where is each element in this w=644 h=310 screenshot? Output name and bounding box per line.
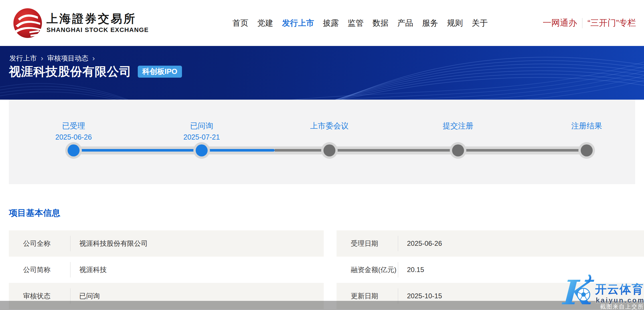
page-banner: 发行上市 › 审核项目动态 › 视涯科技股份有限公司 科创板IPO — [0, 46, 644, 100]
timeline-step-inquired: 已问询 2025-07-21 — [156, 121, 247, 141]
review-progress-timeline: 已受理 2025-06-26 已问询 2025-07-21 上市委会议 提交注册… — [9, 100, 635, 184]
timeline-step-date — [541, 133, 632, 141]
timeline-dot-accepted — [65, 142, 82, 159]
nav-item-party[interactable]: 党建 — [257, 18, 273, 29]
row-value: 20.15 — [407, 266, 424, 274]
row-label: 融资金额(亿元) — [351, 265, 396, 274]
timeline-step-date — [412, 133, 504, 141]
timeline-dot-registration-result — [578, 142, 595, 159]
table-row: 公司全称 视涯科技股份有限公司 — [9, 230, 324, 257]
kaiyun-watermark: K 开云体育 kaiyun.com 截图来自上交所官网 — [560, 275, 644, 310]
row-value: 已问询 — [79, 291, 100, 301]
row-divider — [398, 236, 398, 251]
timeline-step-label: 提交注册 — [412, 121, 504, 131]
row-value: 2025-06-26 — [407, 239, 442, 247]
nav-item-about[interactable]: 关于 — [472, 18, 488, 29]
info-table-left: 公司全称 视涯科技股份有限公司 公司简称 视涯科技 审核状态 已问询 — [9, 230, 324, 309]
nav-item-disclosure[interactable]: 披露 — [323, 18, 339, 29]
row-divider — [70, 262, 70, 277]
nav-item-services[interactable]: 服务 — [422, 18, 438, 29]
breadcrumb: 发行上市 › 审核项目动态 › — [9, 54, 95, 63]
nav-item-data[interactable]: 数据 — [372, 18, 388, 29]
breadcrumb-chevron-icon: › — [92, 54, 95, 63]
timeline-step-label: 已问询 — [156, 121, 247, 131]
link-three-doors-column[interactable]: “三开门”专栏 — [588, 17, 636, 29]
nav-item-home[interactable]: 首页 — [232, 18, 248, 29]
section-title-basic-info: 项目基本信息 — [9, 207, 60, 219]
timeline-dot-registration-submitted — [450, 142, 466, 159]
row-value: 视涯科技 — [79, 265, 107, 274]
nav-item-supervision[interactable]: 监管 — [348, 18, 364, 29]
breadcrumb-listing[interactable]: 发行上市 — [9, 54, 37, 63]
nav-item-rules[interactable]: 规则 — [447, 18, 463, 29]
page: 上海證券交易所 SHANGHAI STOCK EXCHANGE 首页 党建 发行… — [0, 0, 644, 310]
breadcrumb-chevron-icon: › — [41, 54, 43, 63]
row-label: 公司全称 — [23, 239, 50, 248]
title-row: 视涯科技股份有限公司 科创板IPO — [9, 64, 182, 80]
watermark-caption: 截图来自上交所官网 — [600, 303, 644, 310]
table-row: 受理日期 2025-06-26 — [337, 230, 644, 257]
kaiyun-logo-icon: K — [560, 275, 597, 310]
row-divider — [70, 236, 70, 251]
timeline-step-date — [284, 133, 375, 141]
bottom-overlay-bar — [0, 301, 644, 310]
sse-logo-subtitle: SHANGHAI STOCK EXCHANGE — [46, 26, 149, 34]
nav-item-listing[interactable]: 发行上市 — [282, 18, 314, 29]
page-title: 视涯科技股份有限公司 — [9, 64, 131, 80]
timeline-step-committee-meeting: 上市委会议 — [284, 121, 375, 141]
row-label: 审核状态 — [23, 291, 50, 301]
sse-logo[interactable]: 上海證券交易所 SHANGHAI STOCK EXCHANGE — [13, 8, 149, 38]
timeline-dot-inquired — [193, 142, 210, 159]
row-label: 更新日期 — [351, 291, 378, 301]
row-value: 视涯科技股份有限公司 — [79, 239, 148, 248]
soccer-ball-icon — [577, 288, 590, 301]
timeline-progress-completed — [74, 149, 275, 152]
row-value: 2025-10-15 — [407, 292, 442, 300]
row-label: 受理日期 — [351, 239, 378, 248]
sse-logo-icon — [13, 8, 42, 38]
sse-logo-title: 上海證券交易所 — [46, 13, 149, 25]
site-header: 上海證券交易所 SHANGHAI STOCK EXCHANGE 首页 党建 发行… — [0, 0, 644, 46]
quick-links-divider — [582, 18, 582, 28]
timeline-step-registration-result: 注册结果 — [541, 121, 632, 141]
sse-logo-text: 上海證券交易所 SHANGHAI STOCK EXCHANGE — [46, 13, 149, 34]
timeline-step-accepted: 已受理 2025-06-26 — [28, 121, 119, 141]
quick-links: 一网通办 “三开门”专栏 — [543, 0, 636, 46]
row-label: 公司简称 — [23, 265, 50, 274]
row-divider — [398, 262, 398, 277]
table-row: 公司简称 视涯科技 — [9, 257, 324, 283]
breadcrumb-review-dynamics[interactable]: 审核项目动态 — [47, 54, 88, 63]
timeline-step-date: 2025-07-21 — [156, 133, 247, 141]
timeline-step-registration-submitted: 提交注册 — [412, 121, 504, 141]
main-nav: 首页 党建 发行上市 披露 监管 数据 产品 服务 规则 关于 — [232, 0, 488, 46]
link-one-stop-service[interactable]: 一网通办 — [543, 17, 577, 29]
timeline-step-label: 上市委会议 — [284, 121, 375, 131]
board-ipo-badge: 科创板IPO — [138, 66, 182, 77]
timeline-step-date: 2025-06-26 — [28, 133, 119, 141]
kaiyun-brand-text: 开云体育 — [595, 281, 644, 297]
timeline-step-label: 已受理 — [28, 121, 119, 131]
timeline-dot-committee-meeting — [321, 142, 338, 159]
nav-item-products[interactable]: 产品 — [397, 18, 413, 29]
timeline-step-label: 注册结果 — [541, 121, 632, 131]
